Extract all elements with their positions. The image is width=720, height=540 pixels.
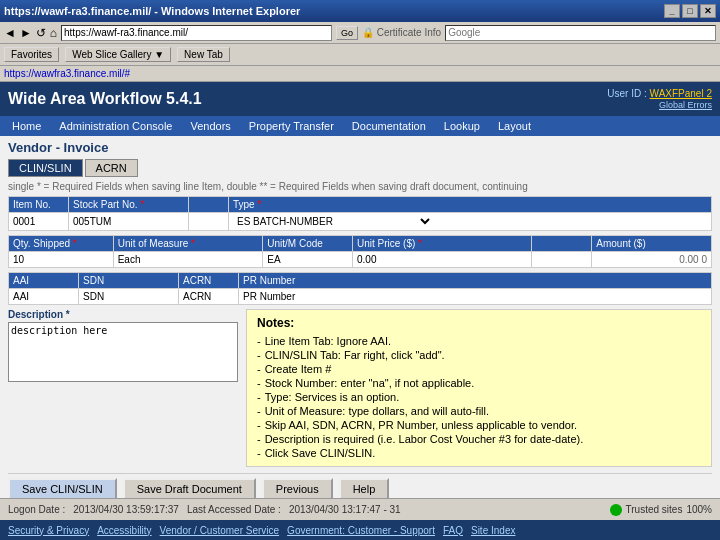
form-notes: single * = Required Fields when saving l… (8, 181, 712, 192)
qty-input[interactable] (13, 254, 109, 265)
window-titlebar: https://wawf-ra3.finance.mil/ - Windows … (0, 0, 720, 22)
list-item: Type: Services is an option. (257, 390, 701, 404)
web-slice-button[interactable]: Web Slice Gallery ▼ (65, 47, 171, 62)
government-support-link[interactable]: Government: Customer - Support (287, 525, 435, 536)
logon-date-label: Logon Date : (8, 504, 65, 515)
security-link[interactable]: Security & Privacy (8, 525, 89, 536)
zoom-level: 100% (686, 504, 712, 515)
site-index-link[interactable]: Site Index (471, 525, 515, 536)
col-uom: Unit of Measure * (113, 236, 263, 252)
toolbar: Favorites Web Slice Gallery ▼ New Tab (0, 44, 720, 66)
list-item: Line Item Tab: Ignore AAI. (257, 334, 701, 348)
app-title: Wide Area Workflow 5.4.1 (8, 90, 202, 108)
table-row (9, 289, 712, 305)
last-accessed-label: Last Accessed Date : (187, 504, 281, 515)
unit-price-input[interactable] (357, 254, 527, 265)
uom-cell (113, 252, 263, 268)
list-item: CLIN/SLIN Tab: Far right, click "add". (257, 348, 701, 362)
status-bar-right: Trusted sites 100% (610, 504, 712, 516)
window-title: https://wawf-ra3.finance.mil/ - Windows … (4, 5, 300, 17)
uom-input[interactable] (118, 254, 259, 265)
breadcrumb-bar: https://wawfra3.finance.mil/# (0, 66, 720, 82)
nav-item-vendors[interactable]: Vendors (182, 116, 238, 136)
search-input[interactable] (445, 25, 716, 41)
qty-cell (9, 252, 114, 268)
nav-item-layout[interactable]: Layout (490, 116, 539, 136)
nav-item-documentation[interactable]: Documentation (344, 116, 434, 136)
close-button[interactable]: ✕ (700, 4, 716, 18)
help-button[interactable]: Help (339, 478, 390, 498)
nav-item-home[interactable]: Home (4, 116, 49, 136)
breadcrumb[interactable]: https://wawfra3.finance.mil/# (4, 68, 130, 79)
col-pr-number: PR Number (239, 273, 712, 289)
logon-date: 2013/04/30 13:59:17:37 (73, 504, 179, 515)
aai-input[interactable] (13, 291, 74, 302)
col-spacer2 (532, 236, 592, 252)
forward-button[interactable]: ► (20, 26, 32, 40)
qty-table: Qty. Shipped * Unit of Measure * Unit/M … (8, 235, 712, 268)
vendor-service-link[interactable]: Vendor / Customer Service (160, 525, 280, 536)
user-id-label: User ID : (607, 88, 646, 99)
acrn-input[interactable] (183, 291, 234, 302)
list-item: Create Item # (257, 362, 701, 376)
nav-item-property[interactable]: Property Transfer (241, 116, 342, 136)
page-content: Vendor - Invoice CLIN/SLIN ACRN single *… (0, 136, 720, 498)
aai-cell (9, 289, 79, 305)
nav-item-admin[interactable]: Administration Console (51, 116, 180, 136)
table-row: 0.00 0 (9, 252, 712, 268)
favorites-button[interactable]: Favorites (4, 47, 59, 62)
item-table: Item No. Stock Part No. * Type * ES BATC… (8, 196, 712, 231)
previous-button[interactable]: Previous (262, 478, 333, 498)
col-qty: Qty. Shipped * (9, 236, 114, 252)
list-item: Click Save CLIN/SLIN. (257, 446, 701, 460)
notes-box: Notes: Line Item Tab: Ignore AAI. CLIN/S… (246, 309, 712, 467)
save-clin-slin-button[interactable]: Save CLIN/SLIN (8, 478, 117, 498)
stock-part-input[interactable] (73, 216, 184, 227)
nav-item-lookup[interactable]: Lookup (436, 116, 488, 136)
notes-list: Line Item Tab: Ignore AAI. CLIN/SLIN Tab… (257, 334, 701, 460)
go-button[interactable]: Go (336, 26, 358, 40)
home-nav-button[interactable]: ⌂ (50, 26, 57, 40)
new-tab-button[interactable]: New Tab (177, 47, 230, 62)
address-input[interactable] (61, 25, 332, 41)
unitm-input[interactable] (267, 254, 348, 265)
back-button[interactable]: ◄ (4, 26, 16, 40)
bottom-links: Security & Privacy Accessibility Vendor … (0, 520, 720, 540)
sdn-input[interactable] (83, 291, 174, 302)
notes-title: Notes: (257, 316, 701, 330)
save-draft-button[interactable]: Save Draft Document (123, 478, 256, 498)
accessibility-link[interactable]: Accessibility (97, 525, 151, 536)
item-no-input[interactable] (13, 216, 64, 227)
window-controls: _ □ ✕ (664, 4, 716, 18)
type-select[interactable]: ES BATCH-NUMBER Services (233, 215, 433, 228)
type-cell: ES BATCH-NUMBER Services (229, 213, 712, 231)
unit-price-cell (352, 252, 531, 268)
list-item: Skip AAI, SDN, ACRN, PR Number, unless a… (257, 418, 701, 432)
amount-value: 0.00 0 (679, 254, 707, 265)
item-no-cell (9, 213, 69, 231)
certificate-info[interactable]: 🔒 Certificate Info (362, 27, 441, 38)
maximize-button[interactable]: □ (682, 4, 698, 18)
acrn-cell (179, 289, 239, 305)
col-spacer (189, 197, 229, 213)
minimize-button[interactable]: _ (664, 4, 680, 18)
pr-number-input[interactable] (243, 291, 707, 302)
list-item: Unit of Measure: type dollars, and will … (257, 404, 701, 418)
tab-clin-slin[interactable]: CLIN/SLIN (8, 159, 83, 177)
last-accessed: 2013/04/30 13:17:47 - 31 (289, 504, 401, 515)
tab-acrn[interactable]: ACRN (85, 159, 138, 177)
col-sdn: SDN (79, 273, 179, 289)
status-indicator (610, 504, 622, 516)
global-errors-link[interactable]: Global Errors (659, 100, 712, 110)
refresh-button[interactable]: ↺ (36, 26, 46, 40)
faq-link[interactable]: FAQ (443, 525, 463, 536)
description-textarea[interactable]: description here (8, 322, 238, 382)
user-id[interactable]: WAXFPanel 2 (650, 88, 712, 99)
description-area: Description * description here Notes: Li… (8, 309, 712, 467)
spacer2-cell (532, 252, 592, 268)
col-unit-price: Unit Price ($) * (352, 236, 531, 252)
footer-buttons: Save CLIN/SLIN Save Draft Document Previ… (8, 473, 712, 498)
form-notes-text: single * = Required Fields when saving l… (8, 181, 528, 192)
address-bar: ◄ ► ↺ ⌂ Go 🔒 Certificate Info (0, 22, 720, 44)
amount-cell: 0.00 0 (592, 252, 712, 268)
